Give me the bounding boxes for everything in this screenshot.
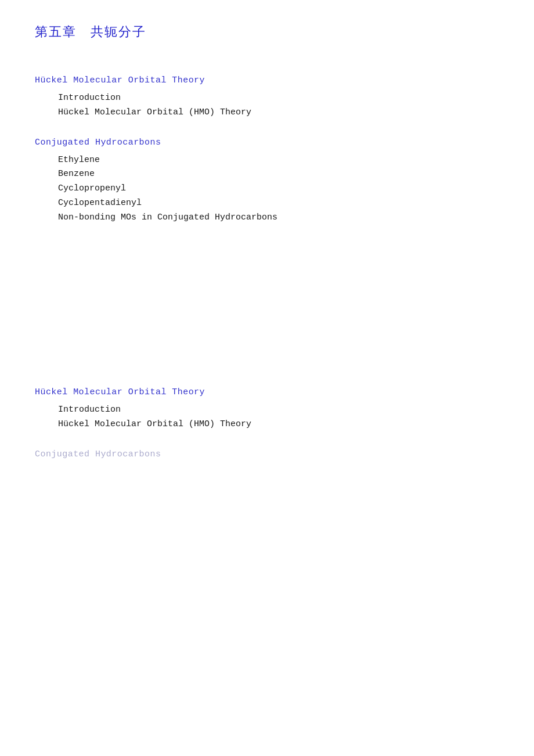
list-item: Introduction — [58, 91, 499, 106]
huckel-items-first: Introduction Hückel Molecular Orbital (H… — [58, 91, 499, 120]
huckel-items-second: Introduction Hückel Molecular Orbital (H… — [58, 403, 499, 432]
conjugated-header-second: Conjugated Hydrocarbons — [35, 449, 499, 459]
list-item: Hückel Molecular Orbital (HMO) Theory — [58, 417, 499, 432]
second-half: Hückel Molecular Orbital Theory Introduc… — [35, 387, 499, 459]
section-conjugated-first: Conjugated Hydrocarbons Ethylene Benzene… — [35, 138, 499, 225]
list-item: Cyclopropenyl — [58, 182, 499, 196]
list-item: Hückel Molecular Orbital (HMO) Theory — [58, 106, 499, 120]
list-item: Benzene — [58, 167, 499, 182]
first-half: Hückel Molecular Orbital Theory Introduc… — [35, 75, 499, 225]
section-huckel-first: Hückel Molecular Orbital Theory Introduc… — [35, 75, 499, 120]
conjugated-header-first: Conjugated Hydrocarbons — [35, 138, 499, 147]
list-item: Introduction — [58, 403, 499, 417]
section-huckel-second: Hückel Molecular Orbital Theory Introduc… — [35, 387, 499, 432]
section-conjugated-second: Conjugated Hydrocarbons — [35, 449, 499, 459]
list-item: Cyclopentadienyl — [58, 196, 499, 211]
spacer — [35, 242, 499, 370]
list-item: Non-bonding MOs in Conjugated Hydrocarbo… — [58, 211, 499, 225]
conjugated-items-first: Ethylene Benzene Cyclopropenyl Cyclopent… — [58, 153, 499, 225]
huckel-header-second: Hückel Molecular Orbital Theory — [35, 387, 499, 397]
page-title: 第五章 共轭分子 — [35, 23, 499, 41]
list-item: Ethylene — [58, 153, 499, 168]
huckel-header-first: Hückel Molecular Orbital Theory — [35, 75, 499, 85]
